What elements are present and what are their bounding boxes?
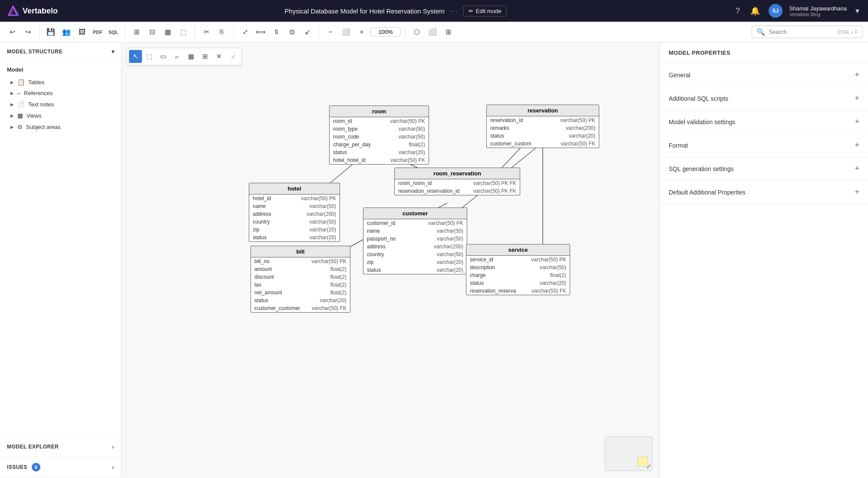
copy-button[interactable]: ⎘: [215, 25, 229, 39]
canvas-area[interactable]: ↖ ⬚ ▭ ⌐ ▦ ⊞ ✕ ⟋ r: [122, 43, 660, 478]
slash-tool[interactable]: ⟋: [226, 50, 239, 63]
fit-width-button[interactable]: ⬡: [410, 25, 424, 39]
mini-map[interactable]: ⤢: [605, 436, 653, 471]
share-button[interactable]: 👥: [59, 25, 73, 39]
zoom-reset-button[interactable]: ⬜: [339, 25, 353, 39]
cut-button[interactable]: ✂: [199, 25, 213, 39]
expand-icon[interactable]: ⤢: [645, 462, 652, 471]
align-v-button[interactable]: ⥮: [269, 25, 283, 39]
table-bill[interactable]: bill bill_novarchar(50) PK amountfloat(2…: [251, 246, 350, 313]
references-label: References: [24, 90, 53, 96]
table-row: statusvarchar(20): [251, 297, 350, 304]
add-area-button[interactable]: ⬚: [176, 25, 190, 39]
table-customer-header: customer: [363, 208, 467, 219]
sql-button[interactable]: SQL: [106, 25, 120, 39]
tables-label: Tables: [28, 79, 45, 86]
sidebar-item-views[interactable]: ▶ ▦ Views: [7, 110, 114, 121]
additional-sql-section[interactable]: Additional SQL scripts +: [660, 87, 868, 110]
save-button[interactable]: 💾: [44, 25, 58, 39]
redo-button[interactable]: ↪: [21, 25, 35, 39]
model-validation-section[interactable]: Model validation settings +: [660, 110, 868, 134]
general-section[interactable]: General +: [660, 63, 868, 87]
avatar[interactable]: SJ: [769, 4, 782, 18]
user-name: Shamal Jayawardhana: [789, 5, 847, 12]
zoom-in-button[interactable]: +: [355, 25, 369, 39]
model-explorer-item[interactable]: MODEL EXPLORER ›: [0, 437, 121, 457]
sidebar-item-text-notes[interactable]: ▶ 📄 Text notes: [7, 99, 114, 110]
table-customer[interactable]: customer customer_idvarchar(50) PK namev…: [363, 208, 467, 274]
table-row: countryvarchar(50): [249, 218, 340, 226]
user-menu-chevron[interactable]: ▾: [854, 4, 861, 17]
sql-generation-section[interactable]: SQL generation settings +: [660, 157, 868, 181]
table-row: service_idvarchar(50) PK: [466, 256, 570, 264]
search-input[interactable]: [769, 29, 834, 35]
minimap-button[interactable]: ⬜: [426, 25, 439, 39]
zoom-level[interactable]: 100%: [370, 27, 401, 36]
sidebar-item-references[interactable]: ▶ ⌐ References: [7, 88, 114, 99]
table-tool[interactable]: ▦: [185, 50, 198, 63]
chevron-right-icon: ›: [112, 464, 114, 471]
help-icon[interactable]: ?: [734, 5, 742, 17]
model-label: Model: [7, 66, 114, 73]
vertabelo-logo-icon: [7, 5, 19, 17]
table-row: statusvarchar(20): [487, 132, 599, 140]
add-ref-button[interactable]: ⊟: [145, 25, 159, 39]
table-service[interactable]: service service_idvarchar(50) PK descrip…: [466, 244, 570, 295]
arrow-icon: ▶: [10, 91, 14, 96]
collapse-icon[interactable]: ▾: [112, 49, 115, 55]
sidebar-item-tables[interactable]: ▶ 📋 Tables: [7, 76, 114, 88]
sql-generation-plus-icon[interactable]: +: [855, 164, 859, 173]
table-hotel[interactable]: hotel hotel_idvarchar(50) PK namevarchar…: [249, 183, 340, 242]
issues-item[interactable]: ISSUES 6 ›: [0, 457, 121, 478]
rect-select-tool[interactable]: ▭: [157, 50, 170, 63]
references-icon: ⌐: [17, 90, 20, 96]
fit-button[interactable]: ⤢: [238, 25, 252, 39]
table-room-reservation-header: room_reservation: [395, 168, 520, 179]
pdf-button[interactable]: PDF: [91, 25, 105, 39]
toolbar-sep-2: [125, 26, 125, 38]
format-plus-icon[interactable]: +: [855, 141, 859, 150]
undo-button[interactable]: ↩: [5, 25, 19, 39]
cross-tool[interactable]: ✕: [212, 50, 225, 63]
default-additional-properties-section[interactable]: Default Additional Properties +: [660, 181, 868, 204]
logo-area[interactable]: Vertabelo: [7, 5, 58, 17]
sidebar-item-subject-areas[interactable]: ▶ ⊘ Subject areas: [7, 121, 114, 132]
edit-mode-button[interactable]: ✏ Edit mode: [463, 6, 507, 16]
more-options-icon[interactable]: ⋯: [450, 6, 458, 16]
issues-badge: 6: [32, 463, 40, 471]
format-section[interactable]: Format +: [660, 134, 868, 157]
top-bar-right: ? 🔔 SJ Shamal Jayawardhana Vertabelo Blo…: [734, 4, 861, 18]
arrow-icon: ▶: [10, 102, 14, 107]
views-label: Views: [26, 112, 41, 119]
chevron-right-icon: ›: [112, 443, 114, 450]
table-room-header: room: [330, 106, 429, 117]
additional-sql-plus-icon[interactable]: +: [855, 94, 859, 103]
align-h-button[interactable]: ⟺: [254, 25, 267, 39]
connector-button[interactable]: ↙: [300, 25, 314, 39]
grid-button[interactable]: ⊞: [441, 25, 455, 39]
table-row: customer_customvarchar(50) FK: [487, 140, 599, 148]
right-sidebar: MODEL PROPERTIES General + Additional SQ…: [660, 43, 868, 478]
notifications-icon[interactable]: 🔔: [749, 4, 762, 17]
default-additional-plus-icon[interactable]: +: [855, 188, 859, 197]
tables-icon: 📋: [17, 79, 25, 86]
cursor-tool[interactable]: ↖: [129, 50, 142, 63]
table-row: taxfloat(2): [251, 281, 350, 289]
table-reservation[interactable]: reservation reservation_idvarchar(50) PK…: [486, 105, 599, 148]
image-button[interactable]: 🖼: [75, 25, 89, 39]
model-validation-plus-icon[interactable]: +: [855, 117, 859, 126]
add-view-button[interactable]: ▦: [161, 25, 175, 39]
table-room[interactable]: room room_idvarchar(50) PK room_typevarc…: [329, 105, 429, 165]
general-plus-icon[interactable]: +: [855, 70, 859, 79]
toolbar-sep-6: [405, 26, 406, 38]
toolbar-sep-5: [319, 26, 319, 38]
box-select-tool[interactable]: ⬚: [143, 50, 156, 63]
expand-tool[interactable]: ⊞: [198, 50, 211, 63]
table-room-reservation[interactable]: room_reservation room_room_idvarchar(50)…: [394, 168, 520, 195]
table-row: statusvarchar(20): [466, 279, 570, 287]
zoom-out-button[interactable]: −: [323, 25, 337, 39]
connector-tool[interactable]: ⌐: [171, 50, 184, 63]
add-table-button[interactable]: ⊞: [129, 25, 143, 39]
table-row: bill_novarchar(50) PK: [251, 257, 350, 265]
layer-button[interactable]: ⧉: [285, 25, 299, 39]
